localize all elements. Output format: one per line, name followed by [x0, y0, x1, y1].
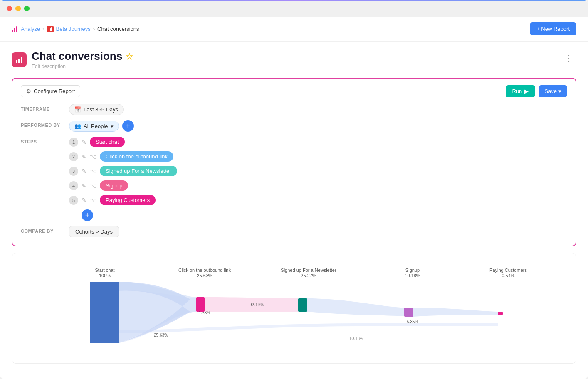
performed-by-text: All People [84, 123, 108, 129]
chart-label-5: Paying Customers [489, 268, 527, 273]
maximize-button[interactable] [24, 6, 30, 11]
timeframe-button[interactable]: 📅 Last 365 Days [69, 104, 124, 115]
svg-rect-5 [51, 27, 52, 31]
run-button[interactable]: Run ▶ [506, 85, 536, 97]
step-number-4: 4 [69, 181, 78, 190]
flow-label-1: 25.63% [154, 333, 168, 337]
steps-row: STEPS 1 ✎ Start chat 2 ✎ ⌥ [21, 137, 567, 221]
step-branch-icon-3[interactable]: ⌥ [90, 168, 96, 175]
svg-rect-7 [18, 59, 20, 63]
chart-label-4: Signup [405, 268, 420, 273]
chart-pct-3: 25.27% [301, 273, 316, 278]
performed-by-value: 👥 All People ▾ + [69, 120, 134, 132]
step-edit-icon-5[interactable]: ✎ [82, 197, 86, 204]
chart-label-1: Start chat [95, 268, 114, 273]
flow-area-3-4 [307, 298, 404, 316]
step-branch-icon-2[interactable]: ⌥ [90, 153, 96, 160]
step-edit-icon-3[interactable]: ✎ [82, 168, 86, 175]
play-icon: ▶ [524, 88, 529, 94]
bar-1 [90, 282, 119, 343]
flow-area-4-5 [413, 308, 498, 317]
step-label-5: Paying Customers [106, 197, 150, 203]
step-row: 5 ✎ ⌥ Paying Customers [69, 195, 177, 205]
svg-rect-2 [16, 26, 17, 32]
configure-report-label: Configure Report [34, 88, 75, 94]
new-report-button[interactable]: + New Report [530, 22, 576, 35]
add-step-button[interactable]: + [82, 209, 93, 221]
add-performed-by-button[interactable]: + [122, 120, 134, 132]
timeframe-value: 📅 Last 365 Days [69, 104, 124, 115]
chevron-down-icon: ▾ [558, 88, 561, 94]
chart-label-2: Click on the outbound link [178, 268, 231, 273]
step-number-3: 3 [69, 167, 78, 176]
step-tag-3[interactable]: Signed up For a Newsletter [100, 166, 177, 176]
step-number-2: 2 [69, 152, 78, 161]
svg-rect-0 [12, 30, 13, 32]
breadcrumb-sep-1: › [42, 26, 44, 32]
people-icon: 👥 [74, 123, 81, 129]
more-menu-icon[interactable]: ⋮ [561, 50, 576, 66]
chart-pct-1: 100% [99, 273, 111, 278]
steps-label: STEPS [21, 137, 62, 144]
step-edit-icon-4[interactable]: ✎ [82, 182, 86, 189]
step-label-1: Start chat [96, 139, 119, 145]
chart-label-3: Signed up For a Newsletter [281, 268, 336, 273]
chart-pct-5: 0.54% [502, 273, 514, 278]
breadcrumb-beta-journeys[interactable]: Beta Journeys [56, 26, 91, 32]
step-row: 1 ✎ Start chat [69, 137, 177, 147]
step-tag-2[interactable]: Click on the outbound link [100, 151, 173, 162]
step-label-4: Signup [106, 182, 122, 189]
step-tag-1[interactable]: Start chat [90, 137, 125, 147]
page-header: Chat conversions ☆ Edit description ⋮ [0, 42, 588, 74]
step-edit-icon-2[interactable]: ✎ [82, 153, 86, 160]
timeframe-text: Last 365 Days [84, 106, 118, 113]
run-label: Run [512, 88, 522, 94]
configure-report-button[interactable]: ⚙ Configure Report [21, 85, 80, 97]
bar-4 [404, 308, 413, 317]
flow-pct-2-3: 92.19% [250, 303, 264, 307]
step-row: 2 ✎ ⌥ Click on the outbound link [69, 151, 177, 162]
svg-rect-4 [50, 28, 51, 31]
analyze-icon [12, 26, 18, 32]
step-edit-icon-1[interactable]: ✎ [82, 139, 86, 145]
titlebar [0, 0, 588, 17]
performed-by-row: PERFORMED BY 👥 All People ▾ + [21, 120, 567, 132]
step-branch-icon-5[interactable]: ⌥ [90, 197, 96, 204]
compare-by-label: COMPARE BY [21, 226, 62, 234]
minimize-button[interactable] [15, 6, 21, 11]
page-title: Chat conversions ☆ [32, 50, 133, 63]
dropdown-icon: ▾ [111, 123, 114, 129]
beta-journeys-icon [47, 26, 54, 32]
step-tag-5[interactable]: Paying Customers [100, 195, 156, 205]
performed-by-label: PERFORMED BY [21, 120, 62, 128]
funnel-chart: Start chat 100% Click on the outbound li… [20, 266, 568, 349]
edit-description[interactable]: Edit description [32, 64, 133, 69]
performed-by-button[interactable]: 👥 All People ▾ [69, 121, 119, 132]
compare-by-row: COMPARE BY Cohorts > Days [21, 226, 567, 237]
config-actions: Run ▶ Save ▾ [506, 85, 568, 97]
step-tag-4[interactable]: Signup [100, 180, 128, 191]
save-button[interactable]: Save ▾ [539, 85, 567, 97]
app-window: Analyze › Beta Journeys › Chat conversio… [0, 0, 588, 379]
chart-section: Start chat 100% Click on the outbound li… [12, 253, 576, 364]
compare-by-value: Cohorts > Days [69, 226, 119, 237]
steps-container: 1 ✎ Start chat 2 ✎ ⌥ Click on the outbou… [69, 137, 177, 221]
breadcrumb-analyze[interactable]: Analyze [21, 26, 40, 32]
config-header: ⚙ Configure Report Run ▶ Save ▾ [21, 85, 567, 97]
chart-pct-4: 10.18% [405, 273, 420, 278]
bar-3 [298, 298, 307, 312]
calendar-icon: 📅 [74, 106, 81, 113]
step-label-3: Signed up For a Newsletter [106, 168, 171, 174]
breadcrumb-current: Chat conversions [97, 26, 139, 32]
topnav: Analyze › Beta Journeys › Chat conversio… [0, 17, 588, 42]
svg-rect-8 [21, 57, 22, 63]
timeframe-label: TIMEFRAME [21, 104, 62, 111]
step-row: 4 ✎ ⌥ Signup [69, 180, 177, 191]
step-number-5: 5 [69, 196, 78, 205]
step-branch-icon-4[interactable]: ⌥ [90, 182, 96, 189]
add-step-row: + [69, 209, 177, 221]
svg-rect-3 [49, 29, 49, 31]
compare-by-button[interactable]: Cohorts > Days [69, 226, 119, 237]
close-button[interactable] [7, 6, 12, 11]
star-icon[interactable]: ☆ [126, 52, 133, 62]
